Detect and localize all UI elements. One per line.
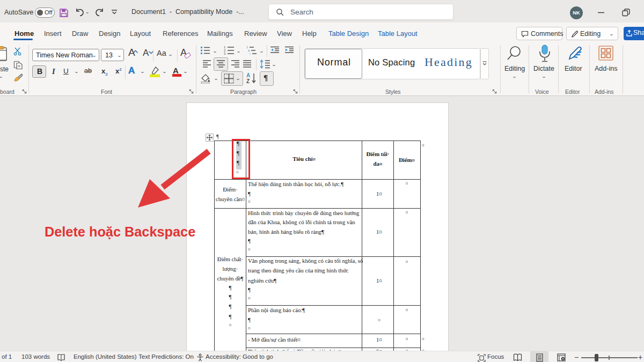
svg-text:3: 3 — [224, 52, 226, 55]
svg-text:Z: Z — [246, 78, 250, 84]
svg-text:i: i — [250, 52, 250, 55]
svg-text:A: A — [246, 72, 250, 78]
